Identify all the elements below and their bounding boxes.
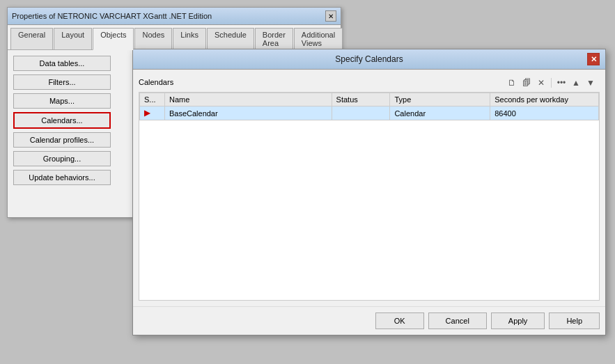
- row-indicator: ▶: [140, 106, 165, 120]
- dialog-title: Specify Calendars: [151, 54, 587, 64]
- calendars-toolbar: 🗋 🗐 ✕ ••• ▲ ▼: [503, 75, 600, 90]
- tab-layout[interactable]: Layout: [54, 28, 92, 49]
- toolbar-down-icon[interactable]: ▼: [584, 77, 597, 89]
- filters-button[interactable]: Filters...: [13, 74, 111, 90]
- calendars-table: S... Name Status Type Seconds per workda…: [139, 93, 599, 120]
- toolbar-separator: [551, 78, 552, 88]
- tab-schedule[interactable]: Schedule: [207, 28, 254, 49]
- maps-button[interactable]: Maps...: [13, 93, 111, 109]
- tab-nodes[interactable]: Nodes: [134, 28, 172, 49]
- tab-additional-views[interactable]: Additional Views: [294, 28, 343, 49]
- toolbar-delete-icon[interactable]: ✕: [535, 77, 547, 89]
- tab-bar: General Layout Objects Nodes Links Sched…: [8, 25, 341, 50]
- left-panel: Data tables... Filters... Maps... Calend…: [8, 50, 137, 191]
- row-name: BaseCalendar: [164, 106, 332, 120]
- calendars-table-area: S... Name Status Type Seconds per workda…: [139, 92, 600, 301]
- dialog-body: Calendars 🗋 🗐 ✕ ••• ▲ ▼ S... Name Status: [133, 70, 605, 306]
- outer-title-text: Properties of NETRONIC VARCHART XGantt .…: [12, 12, 212, 20]
- calendars-section-label: Calendars: [139, 78, 173, 86]
- calendars-button[interactable]: Calendars...: [13, 112, 111, 129]
- toolbar-paste-icon[interactable]: 🗐: [520, 77, 533, 89]
- col-status[interactable]: Status: [332, 93, 390, 106]
- row-seconds: 86400: [490, 106, 599, 120]
- tab-links[interactable]: Links: [173, 28, 206, 49]
- ok-button[interactable]: OK: [375, 312, 424, 329]
- tab-general[interactable]: General: [10, 28, 53, 49]
- grouping-button[interactable]: Grouping...: [13, 151, 111, 166]
- apply-button[interactable]: Apply: [491, 312, 545, 329]
- col-name[interactable]: Name: [164, 93, 332, 106]
- row-status: [332, 106, 390, 120]
- calendar-profiles-button[interactable]: Calendar profiles...: [13, 132, 111, 148]
- row-type: Calendar: [390, 106, 490, 120]
- cancel-button[interactable]: Cancel: [428, 312, 487, 329]
- data-tables-button[interactable]: Data tables...: [13, 56, 111, 71]
- table-header-row: S... Name Status Type Seconds per workda…: [140, 93, 599, 106]
- col-type[interactable]: Type: [390, 93, 490, 106]
- help-button[interactable]: Help: [549, 312, 600, 329]
- update-behaviors-button[interactable]: Update behaviors...: [13, 170, 111, 185]
- outer-close-button[interactable]: ✕: [325, 10, 336, 22]
- dialog-title-bar: Specify Calendars ✕: [133, 49, 605, 70]
- col-seconds[interactable]: Seconds per workday: [490, 93, 599, 106]
- tab-border-area[interactable]: Border Area: [255, 28, 293, 49]
- dialog-footer: OK Cancel Apply Help: [133, 306, 605, 335]
- tab-objects[interactable]: Objects: [93, 28, 134, 50]
- toolbar-more-icon[interactable]: •••: [555, 77, 568, 89]
- toolbar-up-icon[interactable]: ▲: [570, 77, 582, 89]
- toolbar-copy-icon[interactable]: 🗋: [506, 77, 518, 89]
- dialog-close-button[interactable]: ✕: [587, 53, 600, 65]
- table-row[interactable]: ▶ BaseCalendar Calendar 86400: [140, 106, 599, 120]
- col-status-indicator[interactable]: S...: [140, 93, 165, 106]
- specify-calendars-dialog: Specify Calendars ✕ Calendars 🗋 🗐 ✕ ••• …: [132, 49, 606, 335]
- outer-title-bar: Properties of NETRONIC VARCHART XGantt .…: [8, 8, 341, 25]
